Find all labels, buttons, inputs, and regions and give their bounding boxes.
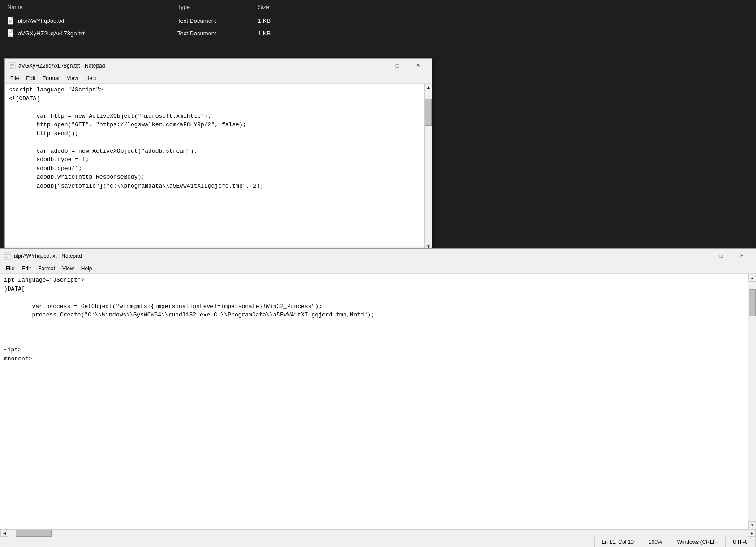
menu-help-bottom[interactable]: Help xyxy=(77,265,96,273)
menu-view-bottom[interactable]: View xyxy=(59,265,77,273)
file-name-2: aVGXyHZ2uqAxL78gn.txt xyxy=(7,29,177,38)
content-area-top: <script language="JScript"> <![CDATA[ va… xyxy=(5,84,432,250)
notepad-window-top: aVGXyHZ2uqAxL78gn.txt - Notepad ─ □ ✕ Fi… xyxy=(4,58,432,251)
scrollbar-vertical-top[interactable]: ▲ ▼ xyxy=(424,84,432,250)
menubar-top: File Edit Format View Help xyxy=(5,73,432,84)
scroll-up-bottom[interactable]: ▲ xyxy=(748,274,756,282)
titlebar-top: aVGXyHZ2uqAxL78gn.txt - Notepad ─ □ ✕ xyxy=(5,59,432,73)
scroll-left-bottom[interactable]: ◀ xyxy=(0,530,8,537)
list-item[interactable]: aVGXyHZ2uqAxL78gn.txt Text Document 1 KB xyxy=(0,27,340,39)
scroll-right-bottom[interactable]: ▶ xyxy=(748,530,756,537)
window-title-bottom: alprAWYhqJod.txt - Notepad xyxy=(14,253,690,259)
statusbar-position: Ln 11, Col 10 xyxy=(595,537,641,547)
file-name-1: alprAWYhqJod.txt xyxy=(7,16,177,25)
text-content-bottom[interactable]: ipt language="JScript"> )DATA[ var proce… xyxy=(0,274,748,529)
notepad-icon xyxy=(9,62,16,69)
titlebar-bottom: alprAWYhqJod.txt - Notepad ─ □ ✕ xyxy=(0,249,756,263)
file-icon xyxy=(7,16,14,25)
menubar-bottom: File Edit Format View Help xyxy=(0,263,756,274)
file-type-2: Text Document xyxy=(177,30,258,37)
menu-edit-bottom[interactable]: Edit xyxy=(18,265,34,273)
close-button-bottom[interactable]: ✕ xyxy=(731,249,752,263)
menu-file-bottom[interactable]: File xyxy=(2,265,18,273)
window-controls-top: ─ □ ✕ xyxy=(366,59,428,73)
window-title-top: aVGXyHZ2uqAxL78gn.txt - Notepad xyxy=(18,63,366,69)
maximize-button-top[interactable]: □ xyxy=(387,59,408,73)
statusbar-encoding: UTF-8 xyxy=(726,537,756,547)
menu-edit-top[interactable]: Edit xyxy=(22,74,39,82)
minimize-button-top[interactable]: ─ xyxy=(366,59,387,73)
statusbar-empty xyxy=(0,537,595,547)
scroll-hthumb-bottom[interactable] xyxy=(16,530,52,537)
explorer-header: Name Type Size xyxy=(0,0,340,14)
scroll-down-bottom[interactable]: ▼ xyxy=(748,521,756,529)
file-icon xyxy=(7,29,14,38)
text-content-top[interactable]: <script language="JScript"> <![CDATA[ va… xyxy=(5,84,424,192)
scroll-thumb-bottom[interactable] xyxy=(749,289,756,316)
scroll-thumb-top[interactable] xyxy=(425,99,432,126)
menu-format-bottom[interactable]: Format xyxy=(34,265,59,273)
maximize-button-bottom[interactable]: □ xyxy=(711,249,731,263)
close-button-top[interactable]: ✕ xyxy=(408,59,428,73)
file-size-2: 1 KB xyxy=(258,30,303,37)
statusbar-zoom: 100% xyxy=(641,537,670,547)
col-name: Name xyxy=(7,4,177,10)
menu-help-top[interactable]: Help xyxy=(82,74,100,82)
menu-view-top[interactable]: View xyxy=(63,74,82,82)
statusbar-bottom: Ln 11, Col 10 100% Windows (CRLF) UTF-8 xyxy=(0,537,756,547)
scrollbar-horizontal-bottom[interactable]: ◀ ▶ xyxy=(0,529,756,537)
content-area-bottom: ipt language="JScript"> )DATA[ var proce… xyxy=(0,274,756,529)
menu-file-top[interactable]: File xyxy=(7,74,22,82)
notepad-icon-bottom xyxy=(4,252,11,260)
window-controls-bottom: ─ □ ✕ xyxy=(690,249,752,263)
minimize-button-bottom[interactable]: ─ xyxy=(690,249,711,263)
col-type: Type xyxy=(177,4,258,10)
notepad-window-bottom: alprAWYhqJod.txt - Notepad ─ □ ✕ File Ed… xyxy=(0,248,756,547)
statusbar-line-ending: Windows (CRLF) xyxy=(670,537,726,547)
file-size-1: 1 KB xyxy=(258,17,303,24)
file-type-1: Text Document xyxy=(177,17,258,24)
list-item[interactable]: alprAWYhqJod.txt Text Document 1 KB xyxy=(0,14,340,27)
scrollbar-vertical-bottom[interactable]: ▲ ▼ xyxy=(748,274,756,529)
col-size: Size xyxy=(258,4,303,10)
menu-format-top[interactable]: Format xyxy=(39,74,63,82)
scroll-up-top[interactable]: ▲ xyxy=(425,84,432,91)
